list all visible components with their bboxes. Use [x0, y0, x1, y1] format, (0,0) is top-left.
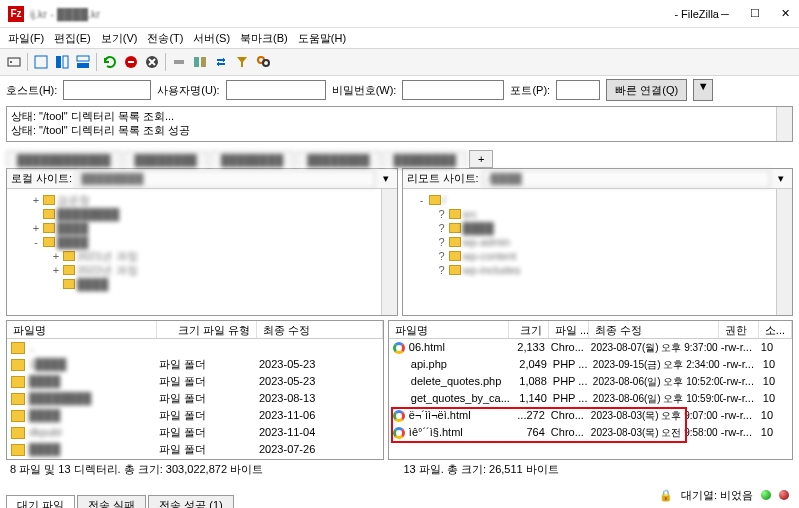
disconnect-icon[interactable]	[142, 52, 162, 72]
reconnect-icon[interactable]	[169, 52, 189, 72]
compare-icon[interactable]	[190, 52, 210, 72]
local-tree[interactable]: +검은창████████+████-████+2021년 과정+2022년 과정…	[7, 189, 397, 315]
username-input[interactable]	[226, 80, 326, 100]
local-file-pane: 파일명 크기 파일 유형 최종 수정 ..1████파일 폴더2023-05-2…	[6, 320, 384, 460]
tree-node[interactable]: ?wp-admin	[407, 235, 789, 249]
table-row[interactable]: ìê°´´ì§.html764Chro...2023-08-03(목) 오전 9…	[389, 424, 792, 441]
table-row[interactable]: ████████파일 폴더2023-08-13	[7, 390, 383, 407]
sync-icon[interactable]	[211, 52, 231, 72]
refresh-icon[interactable]	[100, 52, 120, 72]
remote-tree-scrollbar[interactable]	[776, 189, 792, 315]
remote-path-input[interactable]	[483, 170, 770, 188]
tree-node[interactable]: ?████	[407, 221, 789, 235]
site-tab[interactable]: ████████	[210, 151, 294, 168]
table-row[interactable]: delete_quotes.php1,088PHP ...2023-08-06(…	[389, 373, 792, 390]
search-icon[interactable]	[253, 52, 273, 72]
col-modified[interactable]: 최종 수정	[257, 321, 383, 338]
folder-icon	[11, 359, 25, 371]
menu-help[interactable]: 도움말(H)	[294, 29, 350, 48]
message-log: 상태: "/tool" 디렉터리 목록 조회... 상태: "/tool" 디렉…	[6, 106, 793, 142]
menu-file[interactable]: 파일(F)	[4, 29, 48, 48]
new-tab-button[interactable]: +	[469, 150, 493, 168]
col-size-type[interactable]: 크기 파일 유형	[157, 321, 257, 338]
site-tab[interactable]: ████████	[383, 151, 467, 168]
quickconnect-button[interactable]: 빠른 연결(Q)	[606, 79, 687, 101]
tree-node[interactable]: ?src	[407, 207, 789, 221]
col-modified[interactable]: 최종 수정	[589, 321, 719, 338]
table-row[interactable]: get_quotes_by_ca...1,140PHP ...2023-08-0…	[389, 390, 792, 407]
close-button[interactable]: ✕	[779, 8, 791, 20]
menu-bookmarks[interactable]: 북마크(B)	[236, 29, 292, 48]
port-input[interactable]	[556, 80, 600, 100]
local-file-list[interactable]: ..1████파일 폴더2023-05-23████파일 폴더2023-05-2…	[7, 339, 383, 459]
window-title-blurred: ij.kr - ████.kr	[30, 8, 670, 20]
tree-node[interactable]: +2021년 과정	[11, 249, 393, 263]
user-label: 사용자명(U):	[157, 83, 219, 98]
host-input[interactable]	[63, 80, 151, 100]
table-row[interactable]: 06.html2,133Chro...2023-08-07(월) 오후 9:37…	[389, 339, 792, 356]
folder-icon	[43, 237, 55, 247]
col-owner[interactable]: 소...	[759, 321, 792, 338]
toggle-log-icon[interactable]	[31, 52, 51, 72]
activity-led-2	[779, 490, 789, 500]
table-row[interactable]: ..	[7, 339, 383, 356]
local-file-header[interactable]: 파일명 크기 파일 유형 최종 수정	[7, 321, 383, 339]
tree-node[interactable]: +2022년 과정	[11, 263, 393, 277]
tree-node[interactable]: +████	[11, 221, 393, 235]
folder-icon	[63, 279, 75, 289]
password-input[interactable]	[402, 80, 504, 100]
filter-icon[interactable]	[232, 52, 252, 72]
folder-icon	[11, 376, 25, 388]
local-path-dropdown[interactable]: ▾	[379, 172, 393, 185]
window-title-app: - FileZilla	[674, 8, 719, 20]
table-row[interactable]: ████파일 폴더2023-11-06	[7, 407, 383, 424]
svg-rect-11	[194, 57, 199, 67]
col-perm[interactable]: 권한	[719, 321, 759, 338]
folder-icon	[11, 393, 25, 405]
log-scrollbar[interactable]	[776, 107, 792, 141]
table-row[interactable]: ████파일 폴더2023-05-23	[7, 373, 383, 390]
remote-file-list[interactable]: 06.html2,133Chro...2023-08-07(월) 오후 9:37…	[389, 339, 792, 459]
tree-node[interactable]: ████	[11, 277, 393, 291]
svg-rect-5	[77, 56, 89, 61]
tree-node[interactable]: +검은창	[11, 193, 393, 207]
col-type[interactable]: 파일 ...	[549, 321, 589, 338]
menu-transfer[interactable]: 전송(T)	[143, 29, 187, 48]
tree-node[interactable]: ?wp-includes	[407, 263, 789, 277]
tree-node[interactable]: -/	[407, 193, 789, 207]
site-tab[interactable]: ████████████	[6, 151, 122, 168]
table-row[interactable]: api.php2,049PHP ...2023-09-15(금) 오후 2:34…	[389, 356, 792, 373]
table-row[interactable]: dkpubl파일 폴더2023-11-04	[7, 424, 383, 441]
site-manager-icon[interactable]	[4, 52, 24, 72]
menu-view[interactable]: 보기(V)	[97, 29, 142, 48]
log-line: 상태: "/tool" 디렉터리 목록 조회...	[11, 109, 788, 123]
folder-icon	[63, 251, 75, 261]
tree-node[interactable]: ?wp-content	[407, 249, 789, 263]
tree-node[interactable]: ████████	[11, 207, 393, 221]
toggle-tree-icon[interactable]	[52, 52, 72, 72]
remote-file-header[interactable]: 파일명 크기 파일 ... 최종 수정 권한 소...	[389, 321, 792, 339]
svg-rect-3	[56, 56, 61, 68]
quickconnect-dropdown[interactable]: ▼	[693, 79, 713, 101]
remote-tree[interactable]: -/?src?████?wp-admin?wp-content?wp-inclu…	[403, 189, 793, 315]
local-path-input[interactable]	[76, 170, 374, 188]
remote-path-dropdown[interactable]: ▾	[774, 172, 788, 185]
toggle-queue-icon[interactable]	[73, 52, 93, 72]
col-filename[interactable]: 파일명	[7, 321, 157, 338]
minimize-button[interactable]: ─	[719, 8, 731, 20]
col-filename[interactable]: 파일명	[389, 321, 509, 338]
site-tab[interactable]: ████████	[124, 151, 208, 168]
chrome-icon	[393, 410, 405, 422]
tree-node[interactable]: -████	[11, 235, 393, 249]
local-tree-scrollbar[interactable]	[381, 189, 397, 315]
site-tab[interactable]: ████████	[296, 151, 380, 168]
maximize-button[interactable]: ☐	[749, 8, 761, 20]
menu-server[interactable]: 서버(S)	[189, 29, 234, 48]
pass-label: 비밀번호(W):	[332, 83, 397, 98]
menu-edit[interactable]: 편집(E)	[50, 29, 95, 48]
col-size[interactable]: 크기	[509, 321, 549, 338]
table-row[interactable]: ████파일 폴더2023-07-26	[7, 441, 383, 458]
table-row[interactable]: ë¬´ìì¬ëì.html...272Chro...2023-08-03(목) …	[389, 407, 792, 424]
stop-icon[interactable]	[121, 52, 141, 72]
table-row[interactable]: 1████파일 폴더2023-05-23	[7, 356, 383, 373]
